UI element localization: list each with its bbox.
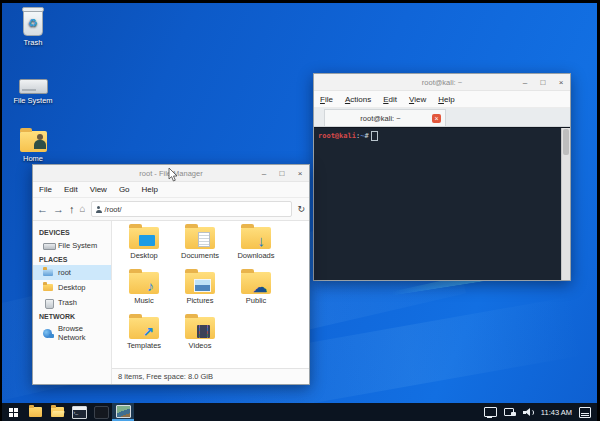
file-item-public[interactable]: ☁ Public	[230, 272, 282, 317]
menu-go[interactable]: Go	[113, 185, 136, 194]
minimize-button[interactable]: –	[255, 165, 273, 181]
screen: ♻ Trash File System Home root@kali: ~ – …	[0, 0, 600, 421]
home-icon[interactable]: ⌂	[80, 204, 86, 214]
open-folder-icon	[51, 407, 64, 417]
sidebar-header-places: PLACES	[33, 253, 111, 265]
mouse-cursor	[168, 168, 179, 183]
cloud-icon: ☁	[253, 280, 267, 294]
folder-icon: ☁	[241, 272, 271, 294]
taskbar-console-button[interactable]	[90, 403, 112, 421]
taskbar-active-app-button[interactable]	[112, 403, 134, 421]
tab-close-icon[interactable]: ×	[432, 114, 441, 123]
file-item-desktop[interactable]: Desktop	[118, 227, 170, 272]
sidebar-item-browse-network[interactable]: Browse Network	[33, 322, 111, 344]
file-label: Videos	[189, 341, 212, 350]
file-item-pictures[interactable]: Pictures	[174, 272, 226, 317]
action-center-icon[interactable]	[579, 407, 591, 418]
taskbar-terminal-button[interactable]	[68, 403, 90, 421]
menu-actions[interactable]: Actions	[339, 95, 377, 104]
sidebar-item-trash[interactable]: Trash	[33, 295, 111, 310]
hard-drive-icon	[19, 79, 48, 94]
path-bar[interactable]: /root/	[91, 201, 293, 217]
file-label: Downloads	[237, 251, 274, 260]
sidebar-item-desktop[interactable]: Desktop	[33, 280, 111, 295]
reload-icon[interactable]: ↻	[297, 205, 305, 214]
volume-icon[interactable]	[523, 408, 534, 417]
menu-view[interactable]: View	[403, 95, 432, 104]
menu-edit[interactable]: Edit	[58, 185, 84, 194]
folder-icon: ↓	[241, 227, 271, 249]
taskbar-file-explorer-button[interactable]	[24, 403, 46, 421]
folder-icon	[185, 317, 215, 339]
folder-icon	[43, 267, 54, 278]
back-icon[interactable]: ←	[37, 204, 48, 215]
start-button[interactable]	[2, 403, 24, 421]
display-icon[interactable]	[484, 407, 497, 417]
terminal-tab-label: root@kali: ~	[329, 114, 432, 123]
sidebar-header-devices: DEVICES	[33, 226, 111, 238]
taskbar-file-manager-button[interactable]	[46, 403, 68, 421]
file-item-music[interactable]: ♪ Music	[118, 272, 170, 317]
taskbar: 11:43 AM	[2, 403, 597, 421]
sidebar-item-label: Browse Network	[58, 324, 105, 342]
desktop-overlay-icon	[139, 235, 155, 246]
sidebar-item-label: Desktop	[58, 283, 86, 292]
terminal-screen[interactable]: root@kali:~#	[314, 127, 570, 280]
status-bar: 8 items, Free space: 8.0 GiB	[112, 368, 309, 384]
menu-help[interactable]: Help	[432, 95, 460, 104]
trash-bin-icon: ♻	[23, 10, 43, 36]
taskbar-clock[interactable]: 11:43 AM	[541, 408, 572, 417]
network-icon	[43, 328, 54, 339]
maximize-button[interactable]: □	[534, 74, 552, 90]
up-icon[interactable]: ↑	[69, 204, 75, 215]
terminal-tab[interactable]: root@kali: ~ ×	[324, 109, 446, 126]
trash-icon	[43, 297, 54, 308]
file-item-templates[interactable]: ↗ Templates	[118, 317, 170, 362]
system-tray: 11:43 AM	[484, 407, 597, 418]
folder-icon	[185, 272, 215, 294]
terminal-tabbar: root@kali: ~ ×	[314, 108, 570, 127]
sidebar-item-label: Trash	[58, 298, 77, 307]
close-button[interactable]: ×	[552, 74, 570, 90]
file-item-videos[interactable]: Videos	[174, 317, 226, 362]
active-app-icon	[116, 405, 131, 418]
picture-overlay-icon	[194, 279, 211, 292]
windows-logo-icon	[9, 408, 18, 417]
desktop-icon-label: Trash	[10, 38, 56, 47]
desktop-icon-file-system[interactable]: File System	[10, 66, 56, 105]
terminal-titlebar[interactable]: root@kali: ~ – □ ×	[314, 74, 570, 91]
terminal-icon	[72, 406, 87, 419]
file-label: Public	[246, 296, 266, 305]
menu-file[interactable]: File	[33, 185, 58, 194]
sidebar-item-file-system[interactable]: File System	[33, 238, 111, 253]
menu-edit[interactable]: Edit	[377, 95, 403, 104]
forward-icon[interactable]: →	[53, 204, 64, 215]
scrollbar-thumb[interactable]	[563, 129, 569, 155]
desktop-icon-home[interactable]: Home	[10, 124, 56, 163]
desktop: ♻ Trash File System Home root@kali: ~ – …	[2, 3, 597, 421]
folder-icon	[43, 282, 54, 293]
file-label: Templates	[127, 341, 161, 350]
prompt-hash: #	[364, 132, 368, 140]
menu-help[interactable]: Help	[136, 185, 164, 194]
menu-view[interactable]: View	[84, 185, 113, 194]
terminal-scrollbar[interactable]	[561, 128, 570, 280]
folder-icon: ♪	[129, 272, 159, 294]
file-item-downloads[interactable]: ↓ Downloads	[230, 227, 282, 272]
network-icon[interactable]	[504, 408, 516, 416]
desktop-icon-trash[interactable]: ♻ Trash	[10, 8, 56, 47]
maximize-button[interactable]: □	[273, 165, 291, 181]
folder-icon	[185, 227, 215, 249]
sidebar-item-root[interactable]: root	[33, 265, 111, 280]
menu-file[interactable]: File	[314, 95, 339, 104]
templates-arrow-icon: ↗	[143, 325, 154, 338]
terminal-window: root@kali: ~ – □ × File Actions Edit Vie…	[313, 73, 571, 281]
close-button[interactable]: ×	[291, 165, 309, 181]
minimize-button[interactable]: –	[516, 74, 534, 90]
home-folder-icon	[20, 131, 47, 152]
folder-icon	[129, 227, 159, 249]
file-item-documents[interactable]: Documents	[174, 227, 226, 272]
file-manager-window: root - File Manager – □ × File Edit View…	[32, 164, 310, 385]
file-label: Documents	[181, 251, 219, 260]
download-arrow-icon: ↓	[258, 233, 266, 248]
